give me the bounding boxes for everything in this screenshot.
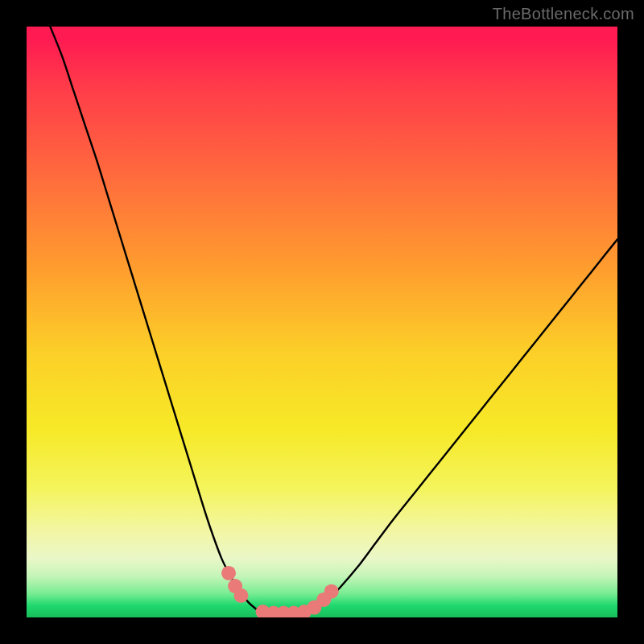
marker-dot: [233, 588, 248, 603]
curve-left: [50, 27, 262, 613]
marker-dots: [221, 566, 339, 617]
curves-overlay: [27, 27, 617, 617]
marker-dot: [221, 566, 236, 580]
marker-dot: [324, 584, 339, 599]
chart-frame: TheBottleneck.com: [0, 0, 644, 644]
watermark-text: TheBottleneck.com: [493, 5, 634, 23]
curve-right: [304, 239, 617, 613]
plot-area: [27, 27, 617, 617]
